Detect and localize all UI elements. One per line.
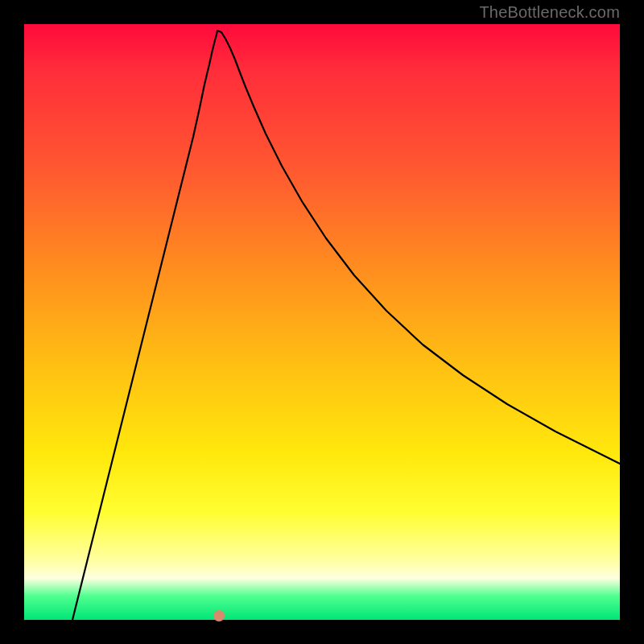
plot-area [24,24,620,620]
bottleneck-curve [24,24,620,620]
chart-frame: TheBottleneck.com [0,0,644,644]
optimum-marker [213,610,225,621]
watermark-text: TheBottleneck.com [479,3,620,22]
